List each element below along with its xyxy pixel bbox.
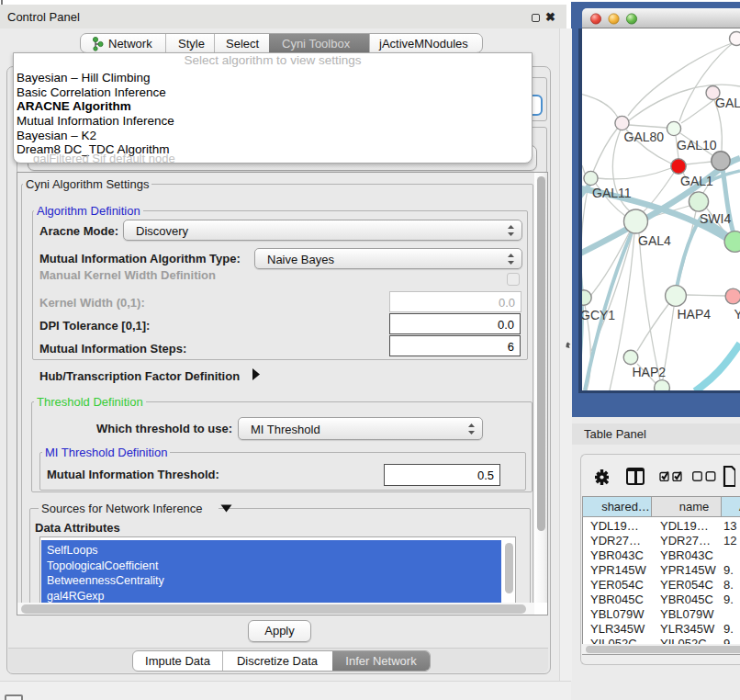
svg-text:GAL4: GAL4 — [638, 233, 671, 248]
svg-text:HAP2: HAP2 — [633, 365, 667, 379]
svg-text:GAL80: GAL80 — [624, 130, 665, 144]
svg-text:SWI4: SWI4 — [700, 211, 731, 226]
svg-text:GAL1: GAL1 — [680, 174, 713, 188]
svg-text:YJ: YJ — [734, 307, 740, 322]
svg-text:GAL10: GAL10 — [677, 138, 717, 152]
svg-text:HAP4: HAP4 — [678, 307, 712, 322]
svg-text:GAL11: GAL11 — [592, 186, 632, 200]
svg-text:GAL2: GAL2 — [715, 96, 740, 110]
svg-text:GCY1: GCY1 — [582, 308, 615, 322]
